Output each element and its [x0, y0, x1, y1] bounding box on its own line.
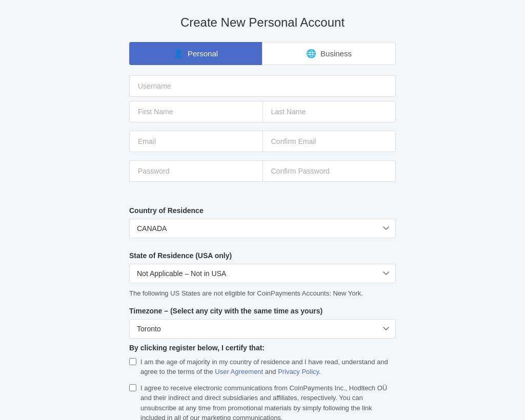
certify-checkbox1-row: I am the age of majority in my country o… [129, 357, 396, 377]
user-agreement-link[interactable]: User Agreement [215, 368, 263, 375]
email-row [129, 131, 396, 156]
page-title: Create New Personal Account [129, 15, 396, 30]
confirm-email-input[interactable] [262, 131, 396, 152]
certify-checkbox2[interactable] [129, 384, 136, 391]
timezone-label: Timezone – (Select any city with the sam… [129, 307, 396, 315]
name-row [129, 101, 396, 127]
state-select[interactable]: Not Applicable – Not in USA Alabama Alas… [129, 264, 396, 283]
password-input[interactable] [129, 160, 262, 182]
confirm-password-input[interactable] [262, 160, 396, 182]
country-label: Country of Residence [129, 206, 396, 215]
certify-checkbox2-text: I agree to receive electronic communicat… [140, 383, 396, 421]
first-name-input[interactable] [129, 101, 262, 122]
country-select[interactable]: CANADA United States United Kingdom Aust… [129, 219, 396, 238]
last-name-input[interactable] [262, 101, 396, 122]
personal-icon: 👤 [173, 49, 184, 58]
tab-business-label: Business [320, 49, 352, 58]
username-input[interactable] [129, 75, 396, 97]
certify-checkbox2-row: I agree to receive electronic communicat… [129, 383, 396, 421]
certify-heading: By clicking register below, I certify th… [129, 344, 396, 352]
certify-checkbox1-text: I am the age of majority in my country o… [140, 357, 396, 377]
account-type-tabs: 👤 Personal 🌐 Business [129, 42, 396, 65]
business-icon: 🌐 [306, 49, 316, 58]
certify-checkbox1[interactable] [129, 358, 136, 365]
password-row [129, 160, 396, 186]
tab-personal-label: Personal [188, 49, 218, 58]
timezone-select[interactable]: Toronto New York Los Angeles Chicago Lon… [129, 319, 396, 339]
state-label: State of Residence (USA only) [129, 251, 396, 260]
tab-personal[interactable]: 👤 Personal [129, 42, 262, 65]
privacy-policy-link[interactable]: Privacy Policy [278, 368, 319, 375]
email-input[interactable] [129, 131, 262, 152]
ineligible-note: The following US States are not eligible… [129, 288, 396, 299]
tab-business[interactable]: 🌐 Business [262, 42, 396, 65]
